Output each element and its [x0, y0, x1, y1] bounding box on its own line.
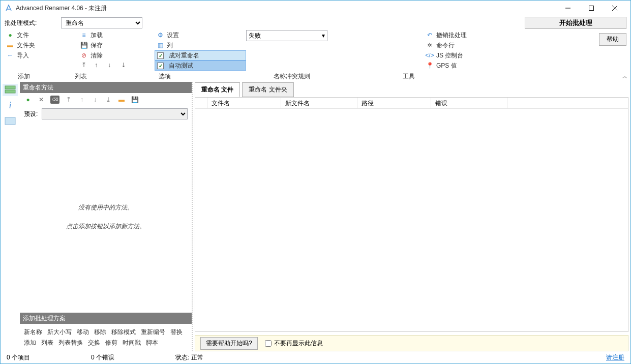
method-folder-icon[interactable]: ▬ [117, 96, 126, 104]
cmdline-button[interactable]: ✲命令行 [424, 40, 516, 50]
maximize-button[interactable] [580, 1, 603, 16]
checkbox-icon [157, 63, 164, 69]
close-button[interactable] [603, 1, 626, 16]
col-spacer [507, 98, 628, 108]
collapse-toolbar-icon[interactable]: ︽ [622, 73, 627, 80]
section-list-label: 列表 [43, 72, 119, 81]
move-down-icon[interactable]: ↓ [108, 62, 115, 70]
backspace-icon[interactable]: ⌫ [50, 96, 59, 104]
batch-scheme-header: 添加批处理方案 [20, 313, 192, 324]
remove-method-icon[interactable]: ✕ [37, 96, 45, 104]
add-folders-button[interactable]: ▬文件夹 [5, 40, 78, 50]
col-error[interactable]: 错误 [431, 98, 507, 108]
status-state-label: 状态: [175, 353, 189, 362]
toolbar-col-add: ●文件 ▬文件夹 ←导入 [5, 30, 78, 71]
import-button[interactable]: ←导入 [5, 50, 78, 60]
toolbar-col-collision: 失败▾ [246, 30, 424, 71]
settings-icon: ⚙ [157, 32, 164, 39]
tag-list-replace[interactable]: 列表替换 [58, 339, 83, 347]
auto-test-toggle[interactable]: 自动测试 [155, 60, 246, 71]
sidebar-left: i [1, 82, 20, 351]
move-bottom-icon[interactable]: ⤓ [121, 62, 128, 70]
tag-renumber[interactable]: 重新编号 [141, 328, 165, 337]
load-button[interactable]: ≡加载 [78, 30, 155, 40]
add-method-icon[interactable]: ● [24, 96, 32, 104]
collision-rule-select[interactable]: 失败▾ [246, 30, 327, 41]
tag-new-case[interactable]: 新大小写 [47, 328, 72, 337]
tab-rename-folders[interactable]: 重命名 文件夹 [242, 82, 293, 97]
content-tabs: 重命名 文件 重命名 文件夹 [193, 82, 630, 97]
col-filename[interactable]: 文件名 [207, 98, 281, 108]
toolbar-col-options: ⚙设置 ▥列 成对重命名 自动测试 [155, 30, 246, 71]
status-state-value: 正常 [191, 353, 203, 362]
tag-timestamp[interactable]: 时间戳 [123, 339, 141, 347]
tag-replace[interactable]: 替换 [170, 328, 183, 337]
columns-icon: ▥ [157, 42, 164, 49]
save-button[interactable]: 💾保存 [78, 40, 155, 50]
tag-move[interactable]: 移动 [77, 328, 89, 337]
sidebar-methods-icon[interactable] [3, 84, 18, 96]
section-options-label: 选项 [119, 72, 211, 81]
methods-header: 重命名方法 [20, 82, 192, 93]
empty-line-2: 点击添加按钮以添加新方法。 [66, 222, 145, 231]
need-help-button[interactable]: 需要帮助开始吗? [200, 337, 258, 350]
method-down-icon[interactable]: ↓ [91, 96, 99, 104]
js-console-button[interactable]: </>JS 控制台 [424, 50, 516, 60]
dont-show-checkbox-label[interactable]: 不要再显示此信息 [265, 339, 323, 348]
svg-rect-4 [5, 86, 15, 89]
help-button[interactable]: 帮助 [599, 33, 626, 46]
undo-icon: ↶ [426, 32, 433, 39]
gps-button[interactable]: 📍GPS 值 [424, 60, 516, 71]
toolbar-col-tools: ↶撤销批处理 ✲命令行 </>JS 控制台 📍GPS 值 [424, 30, 516, 71]
file-table-body[interactable] [195, 109, 628, 331]
move-up-icon[interactable]: ↑ [95, 62, 102, 70]
dont-show-text: 不要再显示此信息 [274, 339, 323, 348]
method-top-icon[interactable]: ⤒ [65, 96, 73, 104]
titlebar: Advanced Renamer 4.06 - 未注册 [1, 1, 630, 16]
start-batch-button[interactable]: 开始批处理 [525, 17, 626, 29]
preset-select[interactable] [42, 108, 188, 119]
section-tools-label: 工具 [373, 72, 444, 81]
gear-icon: ✲ [426, 42, 433, 49]
add-files-button[interactable]: ●文件 [5, 30, 78, 40]
register-link[interactable]: 请注册 [606, 353, 624, 362]
method-save-icon[interactable]: 💾 [131, 96, 139, 104]
tag-new-name[interactable]: 新名称 [24, 328, 42, 337]
col-new-filename[interactable]: 新文件名 [281, 98, 357, 108]
svg-rect-5 [5, 90, 15, 93]
method-bottom-icon[interactable]: ⤓ [104, 96, 112, 104]
move-top-icon[interactable]: ⤒ [81, 62, 88, 70]
tag-add[interactable]: 添加 [24, 339, 36, 347]
svg-rect-6 [5, 117, 15, 125]
status-errors: 0 个错误 [91, 353, 114, 362]
plus-icon: ● [7, 32, 14, 39]
window-controls [556, 1, 626, 16]
tab-rename-files[interactable]: 重命名 文件 [195, 82, 240, 97]
statusbar: 0 个项目 0 个错误 状态: 正常 请注册 [1, 351, 630, 363]
dont-show-checkbox[interactable] [265, 340, 272, 347]
columns-button[interactable]: ▥列 [155, 40, 246, 50]
clear-icon: ⊘ [80, 52, 87, 59]
section-add-label: 添加 [5, 72, 43, 81]
chevron-down-icon: ▾ [322, 32, 325, 39]
undo-batch-button[interactable]: ↶撤销批处理 [424, 30, 516, 40]
pair-rename-toggle[interactable]: 成对重命名 [155, 50, 246, 60]
corner-cell[interactable] [195, 98, 207, 108]
tag-remove-pattern[interactable]: 移除模式 [111, 328, 136, 337]
settings-button[interactable]: ⚙设置 [155, 30, 246, 40]
file-table: 文件名 新文件名 路径 错误 [195, 97, 628, 332]
tag-remove[interactable]: 移除 [94, 328, 106, 337]
clear-button[interactable]: ⊘清除 [78, 50, 155, 60]
mode-bar: 批处理模式: 重命名 开始批处理 [1, 16, 630, 30]
minimize-button[interactable] [556, 1, 580, 16]
method-up-icon[interactable]: ↑ [78, 96, 86, 104]
sidebar-folder-icon[interactable] [3, 114, 18, 127]
tag-script[interactable]: 脚本 [146, 339, 158, 347]
file-table-header: 文件名 新文件名 路径 错误 [195, 98, 628, 109]
sidebar-info-icon[interactable]: i [3, 99, 18, 111]
col-path[interactable]: 路径 [357, 98, 431, 108]
batch-mode-select[interactable]: 重命名 [61, 17, 142, 28]
tag-list[interactable]: 列表 [41, 339, 53, 347]
tag-swap[interactable]: 交换 [88, 339, 100, 347]
tag-trim[interactable]: 修剪 [105, 339, 117, 347]
